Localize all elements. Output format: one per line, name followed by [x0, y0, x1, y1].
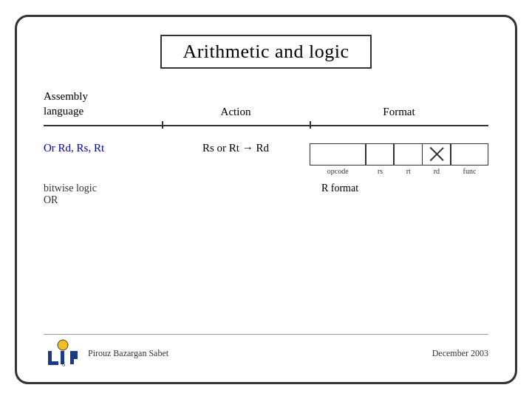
col-header-action: Action	[162, 106, 310, 121]
footer-author: Pirouz Bazargan Sabet	[88, 348, 168, 359]
assembly-value: Or Rd, Rs, Rt	[44, 142, 162, 154]
columns-header: Assemblylanguage Action Format	[44, 89, 488, 121]
lip-logo: 6	[44, 339, 82, 367]
slide: Arithmetic and logic Assemblylanguage Ac…	[15, 15, 517, 384]
field-rd	[423, 143, 451, 166]
field-labels: opcode rs rt rd func	[310, 167, 488, 175]
footer-left: 6 Pirouz Bazargan Sabet	[44, 339, 168, 367]
col-header-format: Format	[310, 106, 488, 121]
svg-rect-2	[48, 361, 58, 365]
field-opcode	[310, 143, 366, 166]
bitwise-label: bitwise logicOR	[44, 180, 162, 206]
col-header-assembly: Assemblylanguage	[44, 89, 162, 121]
field-rs	[366, 143, 395, 166]
content-row: Or Rd, Rs, Rt Rs or Rt → Rd opcode rs rt…	[44, 142, 488, 175]
svg-rect-6	[74, 351, 78, 355]
label-rd: rd	[423, 167, 451, 175]
label-rs: rs	[366, 167, 394, 175]
svg-text:6: 6	[62, 361, 65, 367]
x-mark-icon	[423, 144, 450, 165]
label-rt: rt	[395, 167, 423, 175]
sub-row: bitwise logicOR R format	[44, 180, 488, 206]
rformat-label: R format	[162, 180, 488, 194]
rformat-boxes	[310, 143, 488, 166]
footer: 6 Pirouz Bazargan Sabet December 2003	[44, 334, 488, 367]
header-divider	[44, 121, 488, 129]
footer-date: December 2003	[432, 348, 488, 359]
slide-title: Arithmetic and logic	[160, 35, 371, 69]
format-diagram: opcode rs rt rd func	[310, 142, 488, 175]
action-value: Rs or Rt → Rd	[162, 142, 310, 154]
label-func: func	[451, 167, 488, 175]
label-opcode: opcode	[310, 167, 366, 175]
svg-rect-7	[70, 355, 78, 359]
svg-point-0	[58, 340, 68, 350]
field-rt	[394, 143, 423, 166]
title-text: Arithmetic and logic	[183, 41, 349, 62]
field-func	[451, 143, 488, 166]
